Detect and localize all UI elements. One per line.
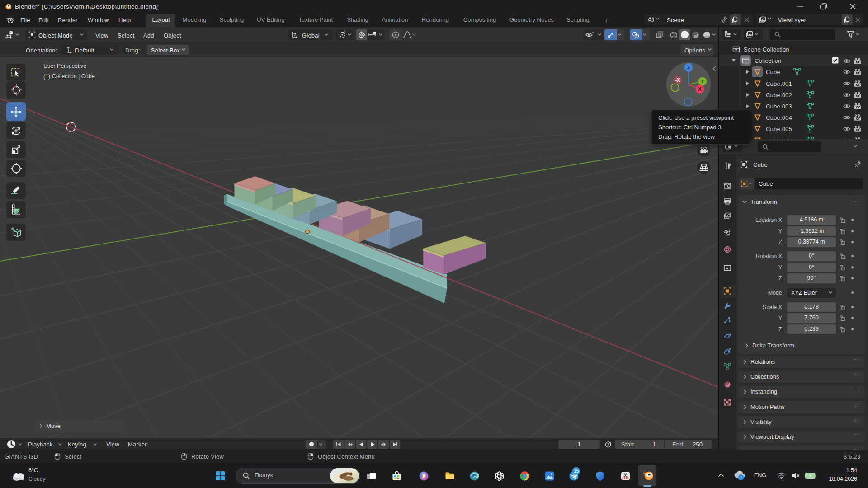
svg-text:X: X <box>698 86 702 92</box>
svg-text:Z: Z <box>687 65 690 70</box>
svg-text:i: i <box>741 475 742 480</box>
svg-text:-X: -X <box>675 77 681 83</box>
svg-text:Y: Y <box>701 79 704 84</box>
